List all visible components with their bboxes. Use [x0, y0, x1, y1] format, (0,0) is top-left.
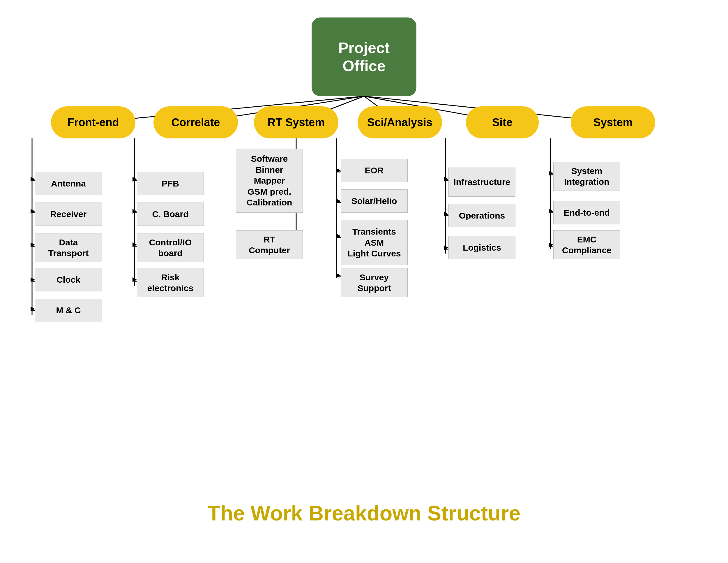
- root-node: ProjectOffice: [312, 17, 416, 96]
- svg-marker-45: [444, 177, 448, 181]
- box-cboard: C. Board: [137, 202, 204, 226]
- svg-marker-23: [132, 209, 137, 213]
- pill-system: System: [571, 106, 655, 138]
- svg-marker-46: [444, 212, 448, 216]
- svg-marker-53: [549, 209, 553, 213]
- box-clock: Clock: [35, 268, 102, 292]
- pill-frontend: Front-end: [51, 106, 135, 138]
- box-logistics: Logistics: [448, 236, 515, 259]
- box-controlio: Control/IOboard: [137, 233, 204, 262]
- svg-marker-37: [336, 168, 341, 173]
- svg-marker-25: [132, 277, 137, 282]
- box-riskelectronics: Riskelectronics: [137, 268, 204, 297]
- pill-scianalysis: Sci/Analysis: [358, 106, 442, 138]
- box-eor: EOR: [341, 159, 408, 182]
- svg-marker-22: [132, 177, 137, 181]
- box-antenna: Antenna: [35, 172, 102, 195]
- root-label: ProjectOffice: [338, 39, 390, 75]
- box-survey: SurveySupport: [341, 268, 408, 297]
- svg-marker-16: [31, 307, 35, 311]
- svg-marker-52: [549, 171, 553, 176]
- svg-marker-24: [132, 242, 137, 247]
- svg-marker-13: [31, 209, 35, 213]
- pill-correlate: Correlate: [153, 106, 238, 138]
- box-pfb: PFB: [137, 172, 204, 195]
- box-systemintegration: SystemIntegration: [553, 162, 620, 191]
- svg-marker-12: [31, 177, 35, 181]
- svg-marker-40: [336, 273, 341, 278]
- box-endtoend: End-to-end: [553, 201, 620, 224]
- pill-rtsystem: RT System: [254, 106, 338, 138]
- box-infrastructure: Infrastructure: [448, 167, 515, 197]
- box-emccompliance: EMCCompliance: [553, 230, 620, 259]
- box-rtcomputer: RTComputer: [236, 230, 303, 259]
- box-mc: M & C: [35, 299, 102, 322]
- pill-site: Site: [466, 106, 539, 138]
- svg-marker-39: [336, 234, 341, 238]
- box-receiver: Receiver: [35, 202, 102, 226]
- page-title: The Work Breakdown Structure: [208, 501, 521, 525]
- svg-marker-15: [31, 277, 35, 282]
- svg-marker-38: [336, 199, 341, 203]
- svg-marker-14: [31, 242, 35, 247]
- box-datatransport: DataTransport: [35, 233, 102, 262]
- box-transients: TransientsASMLight Curves: [341, 220, 408, 265]
- svg-marker-47: [444, 245, 448, 250]
- box-software: SoftwareBinnerMapperGSM pred.Calibration: [236, 149, 303, 213]
- box-solarhelio: Solar/Helio: [341, 189, 408, 213]
- diagram-container: ProjectOffice Front-end Correlate RT Sys…: [0, 0, 728, 437]
- box-operations: Operations: [448, 204, 515, 227]
- svg-marker-54: [549, 242, 553, 247]
